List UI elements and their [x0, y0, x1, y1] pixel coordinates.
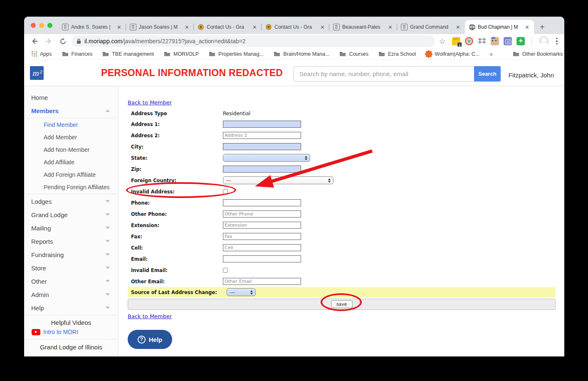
bookmark-ezra-school[interactable]: Ezra School [378, 51, 416, 57]
back-to-member-link-bottom[interactable]: Back to Member [128, 313, 172, 319]
sidebar-item-admin[interactable]: Admin [24, 288, 118, 301]
tab-close-icon[interactable]: ✕ [319, 24, 326, 30]
intro-video-link[interactable]: Intro to MORI [24, 328, 118, 339]
bookmark-tbe-management[interactable]: TBE management [102, 51, 154, 57]
other-phone-field[interactable] [223, 210, 301, 218]
extension-field[interactable] [223, 222, 301, 229]
camera-extension-icon[interactable] [504, 37, 512, 45]
add-extension-icon[interactable] [516, 37, 525, 45]
address1-label: Address 1: [128, 121, 223, 127]
email-field[interactable] [223, 255, 301, 262]
tab-close-icon[interactable]: ✕ [116, 24, 122, 30]
save-toolbar: save [128, 299, 556, 310]
source-of-change-row: Source of Last Address Change: --- [128, 287, 556, 297]
extensions-area: 1 [452, 37, 525, 45]
member-search-input[interactable] [294, 66, 474, 82]
mori-favicon: MORI [130, 24, 136, 30]
sidebar-item-store[interactable]: Store [24, 261, 118, 275]
robot-extension-icon[interactable] [491, 37, 499, 45]
invalid-address-checkbox[interactable] [223, 189, 228, 194]
zoom-window-button[interactable] [47, 23, 52, 28]
globe-extension-icon[interactable] [465, 37, 473, 45]
sidebar-item-lodges[interactable]: Lodges [24, 195, 118, 208]
sidebar-item-other[interactable]: Other [24, 275, 118, 288]
bookmark-star-icon[interactable]: ☆ [439, 37, 445, 46]
sidebar-item-help[interactable]: Help [24, 301, 118, 314]
lock-icon [77, 39, 81, 44]
tab-beauseant[interactable]: MORI Beauseant-Pales ✕ [329, 20, 397, 34]
tab-close-icon[interactable]: ✕ [455, 24, 461, 30]
sidebar-item-grand-lodge[interactable]: Grand Lodge [24, 208, 118, 221]
chevron-down-icon [106, 200, 110, 203]
tab-close-icon[interactable]: ✕ [387, 24, 393, 30]
invalid-email-checkbox[interactable] [223, 268, 228, 273]
bookmark-finances[interactable]: Finances [62, 51, 93, 57]
bookmark-apps[interactable]: Apps [32, 51, 52, 57]
sidebar-item-reports[interactable]: Reports [24, 235, 118, 248]
select-stepper-icon [305, 156, 307, 160]
tab-jason-soares[interactable]: MORI Jason Soares | M ✕ [126, 20, 194, 34]
tab-close-icon[interactable]: ✕ [252, 24, 258, 30]
page-content: m² PERSONAL INFORMATION REDACTED Search … [24, 60, 564, 356]
sidebar-item-members[interactable]: Members [24, 104, 118, 117]
bookmark-wolfram[interactable]: Wolfram|Alpha: C... [426, 51, 479, 57]
back-button[interactable] [29, 36, 40, 47]
source-select[interactable]: --- [227, 288, 256, 296]
bookmark-brain-home[interactable]: Brain/Home Mana... [274, 51, 329, 57]
bookmark-courses[interactable]: Courses [339, 51, 368, 57]
chrome-menu-icon[interactable] [556, 38, 558, 45]
other-email-label: Other Email: [128, 279, 223, 285]
other-bookmarks[interactable]: Other Bookmarks [513, 51, 563, 57]
foreign-country-label: Foreign Country: [128, 178, 223, 183]
fax-field[interactable] [223, 233, 301, 240]
zip-field[interactable] [223, 166, 301, 173]
sidebar-subitem-add-non-member[interactable]: Add Non-Member [24, 143, 118, 156]
sidebar-subitem-pending-foreign-affiliates[interactable]: Pending Foreign Affiliates [24, 181, 118, 193]
zip-label: Zip: [128, 166, 223, 172]
reload-button[interactable] [57, 36, 68, 47]
tab-contact-us-1[interactable]: Contact Us - Gra ✕ [194, 20, 262, 34]
tab-close-icon[interactable]: ✕ [524, 24, 530, 30]
folder-icon [164, 51, 170, 57]
close-window-button[interactable] [31, 23, 36, 28]
sidebar-subitem-add-foreign-affiliate[interactable]: Add Foreign Affiliate [24, 168, 118, 181]
logged-in-user[interactable]: Fitzpatrick, John [509, 72, 554, 79]
sidebar-item-fundraising[interactable]: Fundraising [24, 248, 118, 261]
sidebar-subitem-add-affiliate[interactable]: Add Affiliate [24, 156, 118, 168]
app-logo[interactable]: m² [30, 66, 44, 80]
phone-field[interactable] [223, 199, 301, 206]
city-field[interactable] [223, 143, 301, 150]
tab-andre-soares[interactable]: MORI Andre S. Soares | ✕ [58, 20, 126, 34]
bookmarks-overflow-chevron[interactable]: » [489, 51, 493, 57]
address-bar[interactable]: il.moriapp.com/java/members/227915?java_… [72, 35, 435, 47]
state-select[interactable] [223, 154, 310, 162]
profile-avatar[interactable] [539, 36, 549, 47]
sidebar-subitem-add-member[interactable]: Add Member [24, 131, 118, 143]
forward-button[interactable] [43, 36, 54, 47]
tab-grand-command[interactable]: MORI Grand Command ✕ [397, 20, 465, 34]
help-button[interactable]: ? Help [128, 330, 172, 349]
sidebar-subitem-find-member[interactable]: Find Member [24, 119, 118, 131]
address1-field[interactable] [223, 121, 301, 128]
search-button[interactable]: Search [474, 66, 501, 82]
tab-bud-chapman-active[interactable]: Bud Chapman | M ✕ [465, 20, 534, 34]
new-tab-button[interactable]: + [540, 23, 545, 31]
sidebar-item-home[interactable]: Home [24, 91, 118, 104]
tab-contact-us-2[interactable]: Contact Us - Gra ✕ [262, 20, 329, 34]
divider [24, 315, 118, 315]
tab-close-icon[interactable]: ✕ [184, 24, 190, 30]
tab-title: Andre S. Soares | [71, 24, 114, 30]
bookmarks-bar: Apps Finances TBE management MORI/OLP Pr… [24, 48, 564, 60]
back-to-member-link[interactable]: Back to Member [128, 99, 172, 106]
notes-extension-icon[interactable]: 1 [452, 37, 460, 45]
bookmark-properties[interactable]: Properties Manag... [209, 51, 264, 57]
foreign-country-select[interactable]: --- [223, 176, 334, 184]
dropbox-extension-icon[interactable] [478, 37, 486, 45]
other-email-field[interactable] [223, 278, 301, 285]
minimize-window-button[interactable] [39, 23, 44, 28]
address2-field[interactable] [223, 132, 301, 139]
sidebar-item-mailing[interactable]: Mailing [24, 221, 118, 235]
bookmark-mori-olp[interactable]: MORI/OLP [164, 51, 199, 57]
cell-field[interactable] [223, 244, 301, 251]
save-button[interactable]: save [331, 300, 353, 308]
